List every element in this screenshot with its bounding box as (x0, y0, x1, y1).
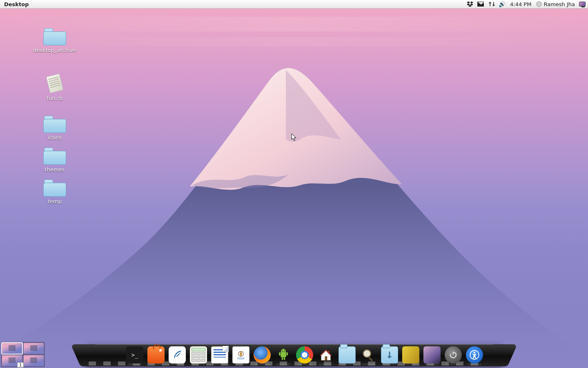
dock-software-center[interactable] (147, 346, 165, 364)
desktop-icon-icons[interactable]: icons (26, 116, 83, 141)
svg-point-11 (284, 350, 285, 350)
script-icon (45, 73, 65, 94)
dock-appearance-b[interactable] (423, 346, 441, 364)
folder-icon (43, 28, 66, 45)
network-icon[interactable]: ↑↓ (488, 1, 494, 7)
dock-writer[interactable] (211, 346, 228, 364)
svg-point-14 (363, 350, 371, 357)
desktop[interactable]: desktop_archive fun.rb icons themes temp (0, 9, 588, 368)
dock-downloads[interactable] (381, 346, 398, 364)
desktop-icon-fun-rb[interactable]: fun.rb (26, 73, 83, 101)
user-menu[interactable]: Ramesh Jha (536, 1, 575, 7)
svg-rect-9 (284, 357, 285, 360)
dock-mail[interactable] (232, 346, 249, 364)
dock (85, 344, 503, 366)
volume-icon[interactable]: 🔊 (499, 1, 505, 7)
cursor-icon (291, 133, 297, 141)
user-avatar-icon (536, 1, 542, 7)
system-tray: ↑↓ 🔊 4:44 PM Ramesh Jha (464, 1, 588, 7)
dock-search[interactable] (360, 346, 377, 364)
dock-android[interactable] (275, 346, 292, 364)
workspace-2[interactable] (23, 343, 44, 354)
workspace-4[interactable] (23, 355, 44, 366)
svg-rect-13 (328, 351, 329, 354)
dock-terminal[interactable] (126, 346, 143, 364)
desktop-icon-desktop-archive[interactable]: desktop_archive (26, 28, 83, 53)
desktop-icon-temp[interactable]: temp (26, 180, 83, 204)
dock-text-editor[interactable] (169, 346, 186, 364)
folder-icon (43, 180, 66, 197)
mail-icon[interactable] (477, 1, 484, 7)
clock[interactable]: 4:44 PM (509, 1, 532, 7)
dropbox-icon[interactable] (467, 1, 473, 7)
svg-rect-12 (325, 356, 327, 360)
dock-home[interactable] (317, 346, 334, 364)
svg-rect-6 (279, 352, 280, 355)
svg-rect-8 (282, 357, 283, 360)
workspace-switcher[interactable]: 1 (1, 342, 45, 367)
menubar: Desktop ↑↓ 🔊 4:44 PM Ramesh Jha (0, 0, 588, 9)
folder-icon (43, 116, 66, 133)
dock-calculator[interactable] (190, 346, 207, 364)
dock-shutdown[interactable] (445, 346, 462, 364)
workspace-active-badge: 1 (17, 362, 24, 368)
dock-firefox[interactable] (254, 346, 271, 364)
svg-rect-17 (453, 352, 454, 355)
user-name: Ramesh Jha (543, 1, 575, 7)
svg-point-19 (474, 352, 475, 353)
dock-chrome[interactable] (296, 346, 313, 364)
dock-appearance-a[interactable] (402, 346, 419, 364)
svg-rect-15 (368, 357, 373, 361)
dock-files[interactable] (339, 346, 356, 364)
active-app-title[interactable]: Desktop (0, 1, 33, 7)
svg-rect-7 (287, 352, 288, 355)
display-indicator-icon[interactable] (579, 1, 586, 7)
workspace-1[interactable] (2, 343, 22, 354)
svg-rect-5 (281, 352, 286, 357)
desktop-icon-themes[interactable]: themes (26, 148, 83, 173)
svg-point-10 (282, 350, 283, 350)
folder-icon (43, 148, 66, 165)
dock-accessibility[interactable] (466, 346, 483, 364)
dock-applications[interactable] (105, 346, 122, 364)
